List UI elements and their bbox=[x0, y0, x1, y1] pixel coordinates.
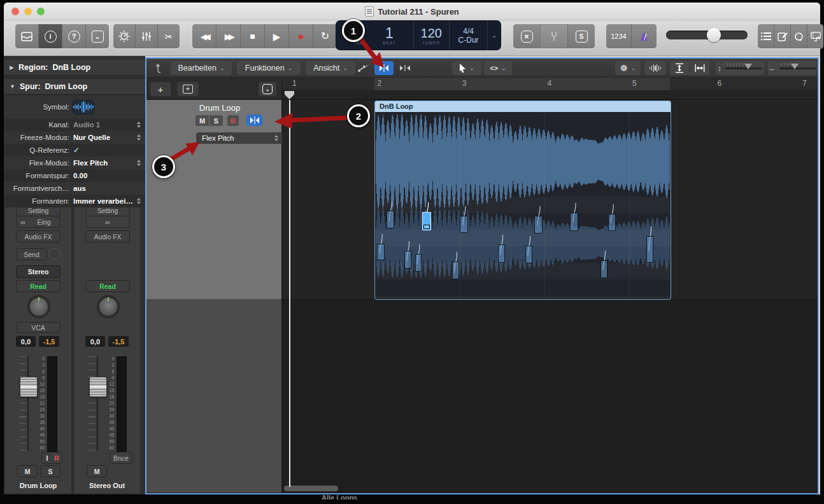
track-name[interactable]: Drum Loop bbox=[178, 103, 261, 113]
stepper-control[interactable] bbox=[137, 120, 141, 130]
param-value[interactable]: Nur Quelle bbox=[73, 134, 110, 141]
flex-pitch-note[interactable] bbox=[498, 244, 505, 263]
cycle-button[interactable]: ↻ bbox=[313, 24, 337, 48]
track-inspector-header[interactable]: ▼ Spur: Drum Loop bbox=[4, 79, 145, 95]
param-value[interactable]: 0.00 bbox=[73, 172, 87, 179]
param-value[interactable]: aus bbox=[73, 185, 86, 192]
track-lanes[interactable]: DnB Loop bbox=[282, 100, 818, 493]
smart-controls-button[interactable] bbox=[113, 24, 135, 48]
note-handle[interactable] bbox=[423, 225, 430, 229]
bar-ruler[interactable]: 1234567 bbox=[282, 78, 818, 100]
catch-playhead-button[interactable] bbox=[396, 61, 414, 75]
play-button[interactable]: ▶ bbox=[264, 24, 288, 48]
region-dnb-loop[interactable]: DnB Loop bbox=[374, 101, 671, 300]
back-arrow-button[interactable] bbox=[152, 61, 167, 75]
stepper-control[interactable] bbox=[137, 132, 141, 143]
solo-button[interactable]: S bbox=[40, 465, 60, 477]
slider-thumb[interactable] bbox=[744, 64, 752, 73]
region-name[interactable]: DnB Loop bbox=[375, 101, 671, 112]
command-click-tool-menu[interactable]: <>⌄ bbox=[484, 61, 512, 75]
stop-button[interactable]: ■ bbox=[240, 24, 264, 48]
mixer-button[interactable] bbox=[135, 24, 157, 48]
flex-pitch-note[interactable] bbox=[377, 244, 385, 260]
forward-button[interactable]: ▶▶ bbox=[216, 24, 240, 48]
peak-value[interactable]: -1,5 bbox=[39, 336, 59, 347]
send-button[interactable]: Send bbox=[16, 248, 47, 260]
mute-button[interactable]: M bbox=[87, 465, 107, 477]
flex-pitch-note[interactable] bbox=[525, 246, 532, 263]
horizontal-zoom-slider[interactable] bbox=[779, 67, 816, 69]
track-flex-button[interactable] bbox=[246, 115, 262, 126]
param-value[interactable]: Flex Pitch bbox=[73, 159, 108, 167]
volume-value[interactable]: 0,0 bbox=[85, 336, 105, 347]
peak-value[interactable]: -1,5 bbox=[108, 336, 129, 347]
flex-pitch-note[interactable] bbox=[646, 236, 653, 263]
send-knob[interactable] bbox=[49, 248, 60, 260]
loop-browser-button[interactable] bbox=[790, 24, 807, 48]
track-solo-button[interactable]: S bbox=[210, 115, 223, 126]
track-record-button[interactable]: R bbox=[227, 115, 239, 126]
automation-button[interactable] bbox=[355, 61, 373, 75]
automation-mode-button[interactable]: Read bbox=[16, 280, 60, 292]
menu-bearbeiten[interactable]: Bearbeiten⌄ bbox=[171, 61, 232, 75]
pan-knob[interactable] bbox=[97, 296, 119, 318]
lcd-chevron-down-icon[interactable]: ⌄ bbox=[488, 21, 501, 50]
flex-button[interactable] bbox=[374, 61, 394, 75]
disclosure-down-icon[interactable]: ▼ bbox=[10, 83, 15, 90]
vertical-auto-zoom-button[interactable] bbox=[670, 63, 690, 73]
add-track-button[interactable]: + bbox=[150, 82, 171, 96]
list-editors-button[interactable] bbox=[758, 24, 774, 48]
flex-pitch-note[interactable] bbox=[460, 216, 468, 233]
flex-pitch-note[interactable] bbox=[404, 251, 411, 269]
mute-button[interactable]: M bbox=[17, 465, 38, 477]
solo-mode-button[interactable]: S bbox=[567, 24, 595, 48]
disclosure-right-icon[interactable]: ▶ bbox=[10, 64, 14, 71]
audio-fx-button[interactable]: Audio FX bbox=[85, 230, 130, 242]
tuner-button[interactable] bbox=[540, 24, 567, 48]
param-value[interactable]: Immer verarbei… bbox=[73, 197, 133, 205]
duplicate-track-button[interactable]: + bbox=[177, 82, 199, 96]
track-settings-menu[interactable]: ☸⌄ bbox=[615, 61, 641, 75]
count-in-button[interactable]: 1234 bbox=[606, 24, 631, 48]
flex-pitch-note[interactable] bbox=[608, 214, 616, 231]
master-bypass-button[interactable]: ✕ bbox=[513, 24, 540, 48]
input-format-button[interactable]: ∞ bbox=[85, 216, 130, 228]
quick-help-button[interactable]: ? bbox=[62, 24, 85, 48]
region-inspector-header[interactable]: ▶ Region: DnB Loop bbox=[4, 60, 145, 76]
metronome-button[interactable] bbox=[631, 24, 657, 48]
flex-mode-dropdown[interactable]: Flex Pitch bbox=[196, 132, 282, 144]
record-button[interactable]: ● bbox=[288, 24, 313, 48]
flex-pitch-note[interactable] bbox=[570, 213, 578, 231]
menu-funktionen[interactable]: Funktionen⌄ bbox=[237, 61, 301, 75]
library-button[interactable] bbox=[15, 24, 38, 48]
horizontal-scrollbar[interactable] bbox=[284, 486, 338, 491]
input-format-button[interactable]: ∞ bbox=[16, 216, 30, 228]
inspector-button[interactable]: i bbox=[38, 24, 62, 48]
output-button[interactable]: Stereo bbox=[16, 265, 60, 278]
param-value[interactable]: Audio 1 bbox=[73, 121, 100, 129]
stepper-control[interactable] bbox=[137, 196, 141, 206]
slider-thumb[interactable] bbox=[791, 64, 799, 73]
pointer-tool-menu[interactable]: ⌄ bbox=[452, 61, 481, 75]
bounce-button[interactable]: Bnce bbox=[110, 452, 132, 464]
flex-pitch-note[interactable] bbox=[387, 211, 394, 228]
master-volume-slider[interactable] bbox=[666, 31, 748, 39]
flex-pitch-note[interactable] bbox=[452, 262, 459, 279]
toolbar-toggle-button[interactable]: ⌄ bbox=[85, 24, 109, 48]
track-header-config-button[interactable]: ⌄ bbox=[259, 82, 276, 96]
input-button[interactable]: Eing bbox=[29, 216, 60, 228]
setting-button[interactable]: Setting bbox=[16, 207, 60, 216]
note-pads-button[interactable] bbox=[774, 24, 790, 48]
flex-pitch-note[interactable] bbox=[600, 260, 607, 278]
track-symbol-icon-button[interactable] bbox=[73, 101, 94, 114]
flex-pitch-note[interactable] bbox=[422, 212, 431, 230]
media-browser-button[interactable] bbox=[807, 24, 823, 48]
vertical-zoom-slider[interactable] bbox=[725, 67, 762, 69]
editors-button[interactable]: ✂ bbox=[157, 24, 180, 48]
audio-fx-button[interactable]: Audio FX bbox=[16, 230, 60, 242]
automation-mode-button[interactable]: Read bbox=[85, 280, 130, 292]
flex-pitch-note[interactable] bbox=[415, 254, 422, 272]
flex-pitch-note[interactable] bbox=[534, 216, 543, 234]
q-reference-checkbox[interactable]: ✓ bbox=[73, 146, 80, 155]
setting-button[interactable]: Setting bbox=[85, 207, 130, 216]
